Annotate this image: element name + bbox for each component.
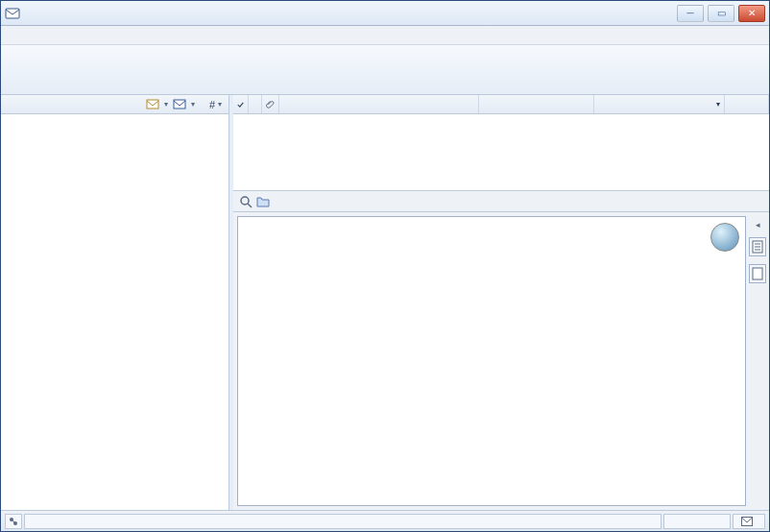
unread-mail-icon (173, 98, 188, 111)
folder-icon (256, 196, 270, 207)
tab-text[interactable] (749, 237, 766, 256)
folder-tree[interactable] (1, 114, 229, 510)
envelope-icon (741, 517, 753, 526)
window-controls: ─ ▭ ✕ (677, 5, 765, 22)
menu-message[interactable] (57, 34, 72, 37)
message-list-header: ▾ (233, 95, 769, 114)
content: ▾ ▾ # ▾ (1, 95, 769, 510)
menubar (1, 26, 769, 45)
titlebar: ─ ▭ ✕ (1, 1, 769, 26)
summary-status (233, 191, 769, 212)
sender-avatar-icon (710, 223, 739, 252)
magnifier-icon[interactable] (239, 195, 253, 208)
sb-account[interactable] (733, 514, 765, 529)
tab-attachments[interactable] (749, 264, 766, 283)
menu-configuration[interactable] (91, 34, 107, 37)
sb-connection-icon[interactable] (5, 514, 22, 529)
svg-rect-1 (147, 100, 158, 109)
folder-header-dropdown3[interactable]: ▾ (215, 100, 225, 109)
folder-header-dropdown[interactable]: ▾ (161, 100, 171, 109)
svg-rect-2 (174, 100, 185, 109)
col-from[interactable] (479, 95, 594, 113)
col-size[interactable] (725, 95, 769, 113)
right-pane: ▾ (233, 95, 769, 510)
side-tabs: ◂ (746, 212, 769, 510)
message-list[interactable] (233, 114, 769, 191)
menu-tools[interactable] (74, 34, 89, 37)
col-status[interactable] (249, 95, 262, 113)
menu-edit[interactable] (22, 34, 37, 37)
collapse-arrow-icon[interactable]: ◂ (756, 220, 760, 230)
page-icon (752, 240, 763, 254)
col-mark[interactable] (233, 95, 249, 113)
minimize-button[interactable]: ─ (677, 5, 704, 22)
main-window: ─ ▭ ✕ ▾ ▾ # ▾ (0, 0, 770, 532)
new-mail-icon (146, 98, 161, 111)
svg-point-3 (241, 197, 249, 205)
message-view[interactable] (237, 216, 746, 506)
folder-panel: ▾ ▾ # ▾ (1, 95, 229, 510)
col-subject[interactable] (279, 95, 479, 113)
attachment-icon (266, 99, 275, 110)
col-date[interactable]: ▾ (594, 95, 725, 113)
close-button[interactable]: ✕ (738, 5, 765, 22)
checkmark-icon (237, 100, 244, 109)
maximize-button[interactable]: ▭ (708, 5, 734, 22)
toolbar (1, 45, 769, 95)
message-view-wrap: ◂ (233, 212, 769, 510)
svg-rect-9 (753, 268, 762, 279)
svg-line-4 (248, 204, 252, 207)
svg-line-12 (12, 520, 15, 523)
statusbar (1, 510, 769, 531)
sb-progress-area (663, 514, 731, 529)
menu-view[interactable] (39, 34, 55, 37)
menu-file[interactable] (5, 34, 20, 37)
menu-help[interactable] (108, 34, 124, 37)
blank-page-icon (752, 267, 763, 280)
folder-header: ▾ ▾ # ▾ (1, 95, 229, 114)
col-attachment[interactable] (262, 95, 279, 113)
folder-header-dropdown2[interactable]: ▾ (188, 100, 198, 109)
sb-message-area (24, 514, 662, 529)
svg-rect-0 (6, 9, 19, 18)
app-icon (5, 6, 20, 21)
